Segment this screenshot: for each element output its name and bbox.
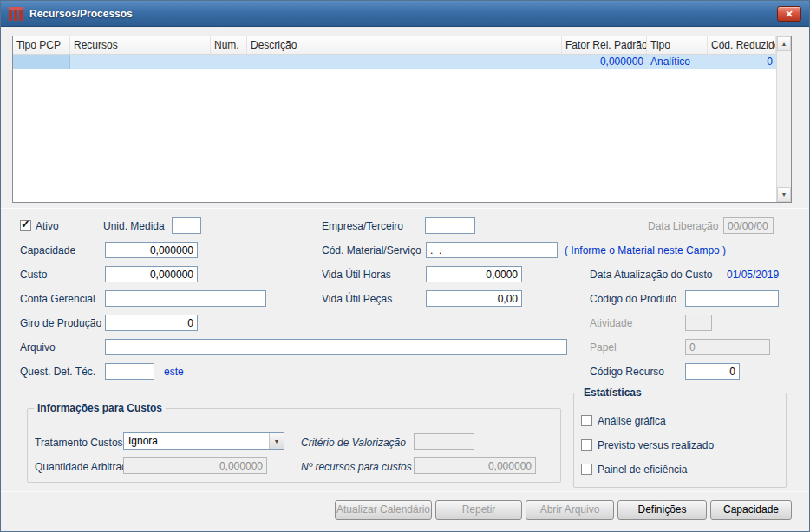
painel-eficiencia-checkbox[interactable] — [581, 464, 592, 475]
scroll-up-button[interactable]: ▲ — [777, 36, 791, 51]
close-icon: ✕ — [785, 9, 793, 20]
giro-producao-input[interactable] — [105, 315, 198, 331]
codigo-recurso-input[interactable] — [685, 363, 740, 380]
abrir-arquivo-button: Abrir Arquivo — [526, 500, 614, 520]
check-icon: ✓ — [21, 218, 30, 230]
cell-recursos — [70, 55, 211, 69]
vida-util-pecas-input[interactable] — [426, 290, 522, 307]
grid-empty-area — [13, 69, 776, 202]
unid-medida-label: Unid. Medida — [103, 220, 165, 232]
conta-gerencial-label: Conta Gerencial — [20, 293, 95, 305]
tratamento-custos-value: Ignora — [124, 435, 269, 447]
tratamento-custos-label: Tratamento Custos — [35, 437, 123, 449]
codigo-produto-input[interactable] — [685, 290, 779, 307]
n-recursos-custos-label: Nº recursos para custos — [301, 461, 412, 473]
chevron-down-icon: ▼ — [269, 433, 284, 449]
separator-bottom — [1, 491, 809, 492]
resources-grid: Tipo PCP Recursos Num. Descrição Fator R… — [12, 36, 792, 203]
column-header-fator-rel-padrao[interactable]: Fator Rel. Padrão — [562, 36, 647, 54]
capacidade-input[interactable] — [105, 242, 198, 258]
grid-selected-row[interactable]: 0,000000 Analítico 0 — [13, 55, 776, 69]
unid-medida-input[interactable] — [172, 217, 201, 234]
atualizar-calendario-button: Atualizar Calendário — [335, 500, 432, 520]
data-liberacao-label: Data Liberação — [648, 220, 718, 232]
scroll-up-icon: ▲ — [781, 41, 787, 47]
column-header-num[interactable]: Num. — [211, 36, 247, 54]
grid-columns-area: Tipo PCP Recursos Num. Descrição Fator R… — [13, 36, 776, 202]
column-header-tipo[interactable]: Tipo — [647, 36, 708, 54]
quantidade-arbitrada-label: Quantidade Arbitrada — [35, 461, 133, 473]
arquivo-label: Arquivo — [20, 341, 56, 354]
quest-det-tec-input[interactable] — [105, 363, 154, 380]
scroll-down-button[interactable]: ▼ — [777, 187, 791, 202]
cell-num — [211, 55, 247, 69]
custo-input[interactable] — [105, 266, 198, 282]
codigo-produto-label: Código do Produto — [590, 293, 676, 305]
empresa-terceiro-label: Empresa/Terceiro — [322, 220, 403, 232]
recursos-processos-window: Recursos/Processos ✕ Tipo PCP Recursos N… — [0, 0, 810, 532]
material-hint: ( Informe o Material neste Campo ) — [565, 244, 726, 256]
grid-header: Tipo PCP Recursos Num. Descrição Fator R… — [13, 36, 776, 55]
cell-cod-reduzido: 0 — [708, 55, 776, 69]
conta-gerencial-input[interactable] — [105, 290, 266, 307]
app-icon — [8, 7, 23, 21]
capacidade-button[interactable]: Capacidade — [710, 500, 792, 520]
grid-vertical-scrollbar[interactable]: ▲ ▼ — [776, 36, 791, 202]
cell-fator-rel-padrao: 0,000000 — [562, 55, 647, 69]
cell-tipo-pcp — [13, 55, 70, 69]
ativo-checkbox[interactable]: ✓ — [20, 220, 31, 231]
capacidade-label: Capacidade — [20, 244, 75, 256]
arquivo-input[interactable] — [105, 339, 567, 355]
ativo-label: Ativo — [36, 220, 59, 232]
custos-group: Informações para Custos Tratamento Custo… — [27, 408, 561, 483]
atividade-label: Atividade — [590, 317, 632, 329]
empresa-terceiro-input[interactable] — [425, 217, 475, 234]
column-header-descricao[interactable]: Descrição — [247, 36, 562, 54]
estatisticas-group-title: Estatísticas — [580, 386, 645, 399]
scroll-down-icon: ▼ — [781, 191, 787, 198]
separator-top — [1, 208, 809, 209]
column-header-cod-reduzido[interactable]: Cód. Reduzido — [708, 36, 776, 54]
cell-tipo: Analítico — [647, 55, 708, 69]
criterio-valorizacao-input — [414, 433, 474, 450]
close-button[interactable]: ✕ — [777, 6, 801, 22]
cod-material-label: Cód. Material/Serviço — [322, 244, 421, 256]
analise-grafica-checkbox[interactable] — [581, 415, 592, 426]
tratamento-custos-select[interactable]: Ignora ▼ — [123, 432, 284, 450]
atividade-input — [685, 315, 712, 331]
giro-producao-label: Giro de Produção — [20, 317, 101, 329]
custo-label: Custo — [20, 269, 47, 281]
papel-label: Papel — [590, 341, 617, 354]
papel-input — [685, 339, 770, 355]
estatisticas-group: Estatísticas Análise gráfica Previsto ve… — [573, 393, 787, 488]
este-link[interactable]: este — [164, 366, 184, 378]
repetir-button: Repetir — [435, 500, 522, 520]
data-atualizacao-label: Data Atualização do Custo — [590, 269, 712, 281]
previsto-versus-realizado-label: Previsto versus realizado — [598, 439, 714, 451]
n-recursos-custos-input — [414, 457, 536, 474]
criterio-valorizacao-label: Critério de Valorização — [301, 437, 406, 449]
data-atualizacao-value: 01/05/2019 — [727, 269, 779, 281]
vida-util-pecas-label: Vida Útil Peças — [322, 293, 392, 305]
column-header-recursos[interactable]: Recursos — [70, 36, 211, 54]
data-liberacao-input — [723, 217, 774, 234]
vida-util-horas-label: Vida Útil Horas — [322, 269, 391, 281]
analise-grafica-label: Análise gráfica — [598, 415, 666, 427]
title-bar[interactable]: Recursos/Processos ✕ — [1, 1, 809, 27]
custos-group-title: Informações para Custos — [34, 402, 166, 414]
quantidade-arbitrada-input — [123, 457, 267, 474]
column-header-tipo-pcp[interactable]: Tipo PCP — [13, 36, 70, 54]
vida-util-horas-input[interactable] — [426, 266, 522, 282]
window-title: Recursos/Processos — [29, 8, 133, 20]
painel-eficiencia-label: Painel de eficiência — [598, 464, 687, 476]
previsto-versus-realizado-checkbox[interactable] — [581, 439, 592, 451]
codigo-recurso-label: Código Recurso — [590, 366, 664, 378]
cell-descricao — [247, 55, 562, 69]
quest-det-tec-label: Quest. Det. Téc. — [20, 366, 95, 378]
definicoes-button[interactable]: Definições — [617, 500, 707, 520]
cod-material-input[interactable] — [426, 242, 558, 258]
